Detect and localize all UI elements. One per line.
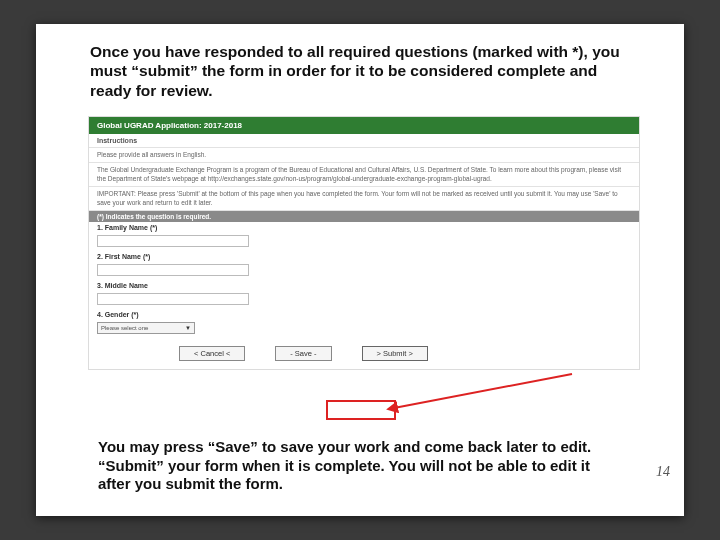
instructions-line-2: The Global Undergraduate Exchange Progra… xyxy=(89,163,639,187)
save-button[interactable]: - Save - xyxy=(275,346,331,361)
required-note-bar: (*) Indicates the question is required. xyxy=(89,211,639,222)
submit-button[interactable]: > Submit > xyxy=(362,346,428,361)
arrow-to-submit-icon xyxy=(386,370,576,414)
label-family-name: 1. Family Name (*) xyxy=(89,222,639,233)
cancel-button[interactable]: < Cancel < xyxy=(179,346,245,361)
chevron-down-icon: ▼ xyxy=(185,325,191,331)
instructions-line-3: IMPORTANT: Please press 'Submit' at the … xyxy=(89,187,639,211)
application-form-screenshot: Global UGRAD Application: 2017-2018 Inst… xyxy=(88,116,640,370)
slide-canvas: Once you have responded to all required … xyxy=(36,24,684,516)
outro-paragraph: You may press “Save” to save your work a… xyxy=(98,438,624,494)
svg-line-0 xyxy=(394,374,572,408)
select-gender[interactable]: Please select one ▼ xyxy=(97,322,195,334)
label-first-name: 2. First Name (*) xyxy=(89,251,639,262)
input-first-name[interactable] xyxy=(97,264,249,276)
button-row: < Cancel < - Save - > Submit > xyxy=(89,338,639,369)
instructions-heading: Instructions xyxy=(97,137,137,144)
page-number: 14 xyxy=(656,464,670,480)
label-gender: 4. Gender (*) xyxy=(89,309,639,320)
form-title-bar: Global UGRAD Application: 2017-2018 xyxy=(89,117,639,134)
select-gender-value: Please select one xyxy=(101,325,148,331)
highlight-box-submit xyxy=(326,400,396,420)
instructions-line-1: Please provide all answers in English. xyxy=(89,148,639,163)
input-family-name[interactable] xyxy=(97,235,249,247)
label-middle-name: 3. Middle Name xyxy=(89,280,639,291)
input-middle-name[interactable] xyxy=(97,293,249,305)
intro-paragraph: Once you have responded to all required … xyxy=(90,42,640,100)
